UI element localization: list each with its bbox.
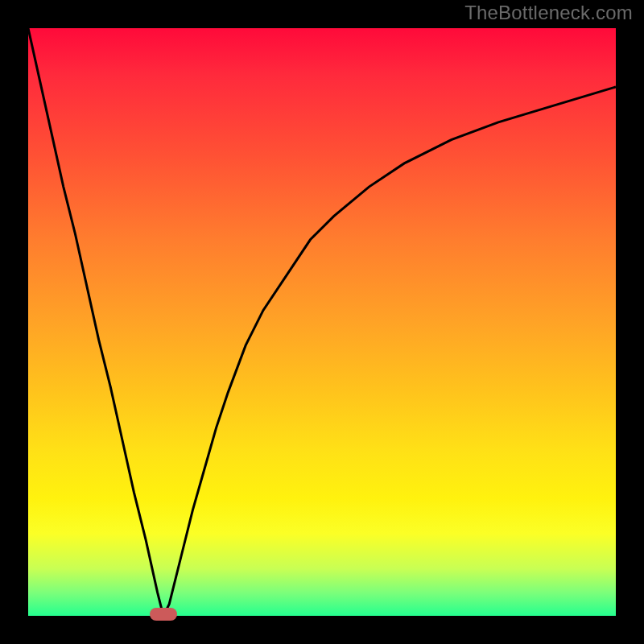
attribution-label: TheBottleneck.com [464,2,633,24]
plot-area [28,28,616,616]
bottleneck-curve [28,28,616,616]
chart-frame: TheBottleneck.com [0,0,644,644]
curve-line [28,28,616,616]
optimal-point-marker [150,608,177,621]
